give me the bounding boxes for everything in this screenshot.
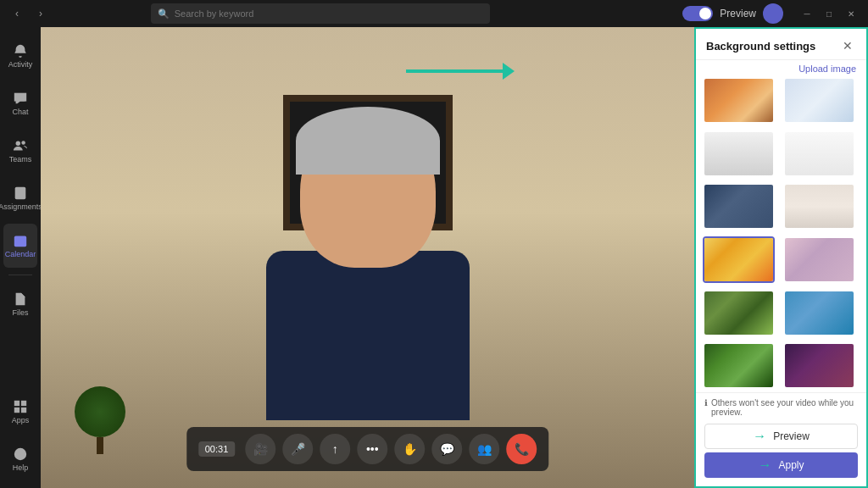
sidebar-label-assignments: Assignments	[0, 202, 42, 211]
apply-btn-label: Apply	[778, 459, 804, 471]
user-avatar[interactable]	[763, 3, 783, 24]
background-settings-panel: Background settings ✕ Upload image	[694, 27, 868, 488]
bg-thumb-10[interactable]	[783, 290, 855, 336]
preview-arrow-icon: →	[753, 429, 766, 444]
participants-button[interactable]: 👥	[469, 434, 499, 464]
sidebar-label-chat: Chat	[12, 108, 28, 116]
sidebar-item-help[interactable]: Help	[3, 437, 37, 481]
sidebar-item-activity[interactable]: Activity	[3, 34, 37, 78]
sidebar-label-activity: Activity	[8, 60, 33, 69]
call-controls: 00:31 🎥 🎤 ↑ ••• ✋ 💬 👥 📞	[186, 427, 549, 471]
svg-rect-6	[14, 408, 19, 413]
main-content: Activity Chat Teams Assignments Calendar…	[0, 27, 868, 488]
bg-thumb-inner-12	[785, 344, 854, 387]
search-bar: 🔍	[151, 3, 490, 24]
search-input[interactable]	[175, 8, 483, 19]
person-hair	[296, 107, 440, 175]
bg-thumb-2[interactable]	[783, 77, 855, 124]
video-person	[41, 27, 694, 488]
panel-title: Background settings	[706, 40, 815, 53]
toggle-knob	[699, 8, 711, 19]
panel-footer: ℹ Others won't see your video while you …	[696, 392, 866, 486]
svg-point-0	[16, 141, 20, 146]
teal-arrow-line	[406, 69, 508, 73]
person-torso	[266, 251, 470, 420]
plant-decoration	[75, 386, 125, 454]
sidebar-label-apps: Apps	[12, 416, 30, 424]
close-button[interactable]: ✕	[841, 3, 861, 24]
video-toggle-button[interactable]: 🎥	[245, 434, 275, 464]
more-options-button[interactable]: •••	[357, 434, 387, 464]
sidebar-item-calendar[interactable]: Calendar	[3, 224, 37, 268]
teal-arrow-indicator	[406, 69, 508, 73]
call-timer: 00:31	[198, 441, 236, 457]
preview-button[interactable]: → Preview	[704, 424, 858, 449]
bg-thumb-4[interactable]	[783, 130, 855, 177]
bg-thumb-1[interactable]	[703, 77, 775, 124]
video-background: 00:31 🎥 🎤 ↑ ••• ✋ 💬 👥 📞	[41, 27, 694, 488]
bg-thumb-12[interactable]	[783, 342, 855, 389]
end-call-button[interactable]: 📞	[506, 434, 537, 464]
chat-button[interactable]: 💬	[431, 434, 462, 464]
sidebar-item-teams[interactable]: Teams	[3, 129, 37, 173]
sidebar-item-files[interactable]: Files	[3, 282, 37, 326]
panel-header: Background settings ✕	[696, 29, 866, 60]
bg-thumb-8[interactable]	[783, 236, 855, 283]
raise-hand-button[interactable]: ✋	[394, 434, 425, 464]
apply-button[interactable]: → Apply	[704, 452, 858, 478]
sidebar-item-assignments[interactable]: Assignments	[3, 176, 37, 220]
person-body	[224, 115, 512, 437]
bg-thumb-3[interactable]	[703, 130, 775, 177]
sidebar: Activity Chat Teams Assignments Calendar…	[0, 27, 41, 488]
title-bar: ‹ › 🔍 Preview ─ □ ✕	[0, 0, 868, 27]
video-area: 00:31 🎥 🎤 ↑ ••• ✋ 💬 👥 📞	[41, 27, 694, 488]
window-controls: ─ □ ✕	[797, 3, 861, 24]
preview-label: Preview	[720, 8, 756, 19]
upload-image-label[interactable]: Upload image	[696, 60, 866, 77]
bg-thumb-inner-11	[704, 344, 773, 387]
preview-toggle-switch[interactable]	[682, 6, 713, 21]
bg-thumb-inner-4	[785, 132, 854, 175]
bg-thumb-inner-1	[704, 79, 773, 122]
preview-btn-label: Preview	[773, 430, 810, 442]
preview-note: ℹ Others won't see your video while you …	[704, 398, 858, 417]
bg-thumb-5[interactable]	[703, 183, 775, 230]
bg-thumb-inner-5	[704, 185, 773, 228]
nav-back-button[interactable]: ‹	[7, 3, 27, 24]
bg-thumb-inner-8	[785, 238, 854, 281]
minimize-button[interactable]: ─	[797, 3, 817, 24]
sidebar-label-help: Help	[13, 463, 29, 472]
bg-thumb-11[interactable]	[703, 342, 775, 389]
bg-thumb-9[interactable]	[703, 290, 775, 336]
mic-toggle-button[interactable]: 🎤	[282, 434, 313, 464]
bg-thumb-inner-6	[785, 185, 854, 228]
svg-rect-4	[14, 401, 19, 406]
background-thumbnails-grid	[696, 77, 866, 392]
svg-point-1	[21, 141, 25, 145]
nav-forward-button[interactable]: ›	[31, 3, 51, 24]
sidebar-divider	[8, 274, 32, 275]
info-icon: ℹ	[704, 398, 708, 408]
bg-thumb-inner-2	[785, 79, 854, 122]
apply-arrow-icon: →	[758, 458, 771, 473]
bg-thumb-inner-9	[704, 291, 773, 335]
preview-note-text: Others won't see your video while you pr…	[711, 398, 858, 417]
sidebar-item-chat[interactable]: Chat	[3, 81, 37, 125]
svg-rect-5	[21, 401, 26, 406]
sidebar-label-files: Files	[12, 308, 28, 317]
svg-rect-7	[21, 408, 26, 413]
plant-leaves	[75, 386, 125, 437]
bg-thumb-7[interactable]	[703, 236, 775, 283]
svg-rect-3	[14, 236, 26, 247]
bg-thumb-6[interactable]	[783, 183, 855, 230]
sidebar-item-apps[interactable]: Apps	[3, 390, 37, 434]
nav-buttons: ‹ ›	[7, 3, 51, 24]
bg-thumb-inner-7	[704, 238, 773, 281]
maximize-button[interactable]: □	[819, 3, 839, 24]
person-head	[300, 115, 436, 268]
panel-close-button[interactable]: ✕	[839, 37, 856, 54]
share-screen-button[interactable]: ↑	[320, 434, 350, 464]
search-icon: 🔍	[158, 8, 170, 19]
bg-thumb-inner-3	[704, 132, 773, 175]
bg-thumb-inner-10	[785, 291, 854, 335]
